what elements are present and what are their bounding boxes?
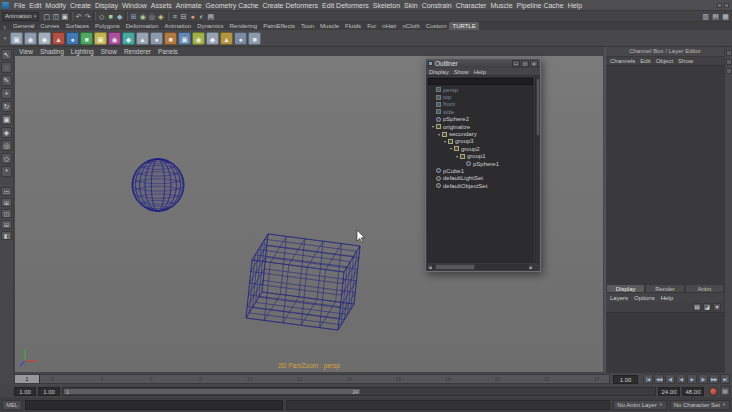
shelf-button-11[interactable]: ● [150, 32, 163, 45]
channel-box-menu-show[interactable]: Show [678, 58, 693, 64]
menu-file[interactable]: File [12, 2, 27, 9]
shelf-button-6[interactable]: ■ [80, 32, 93, 45]
undo-icon[interactable]: ↶ [74, 12, 83, 21]
layer-list-area[interactable] [606, 312, 724, 373]
layer-editor-menu-layers[interactable]: Layers [610, 295, 628, 301]
shelf-tab-polygons[interactable]: Polygons [92, 22, 123, 30]
last-tool-icon[interactable]: * [1, 166, 12, 177]
close-window-button[interactable]: × [530, 60, 538, 67]
outliner-menu-show[interactable]: Show [454, 69, 469, 75]
shelf-button-9[interactable]: ◆ [122, 32, 135, 45]
rotate-tool-icon[interactable]: ↻ [1, 101, 12, 112]
shelf-button-7[interactable]: ▣ [94, 32, 107, 45]
outliner-item-psphere1[interactable]: pSphere1 [427, 160, 534, 167]
outliner-menu-help[interactable]: Help [474, 69, 486, 75]
channel-box-menu-channels[interactable]: Channels [610, 58, 635, 64]
shelf-tab-custom[interactable]: Custom [423, 22, 450, 30]
scrollbar-track[interactable] [433, 264, 528, 270]
ui-toggle-icon-1[interactable] [717, 3, 722, 8]
tool-settings-toggle-icon[interactable]: ▤ [711, 12, 720, 21]
menu-pipeline-cache[interactable]: Pipeline Cache [515, 2, 566, 9]
menu-skeleton[interactable]: Skeleton [371, 2, 402, 9]
cube-object[interactable] [246, 234, 360, 330]
outliner-item-persp[interactable]: persp [427, 86, 534, 93]
outliner-vertical-scrollbar[interactable] [535, 77, 540, 263]
command-line-language-button[interactable]: MEL [2, 400, 22, 410]
outliner-item-side[interactable]: side [427, 108, 534, 115]
shelf-tab-deformation[interactable]: Deformation [123, 22, 162, 30]
snap-to-point-icon[interactable]: ◎ [147, 12, 156, 21]
scrollbar-thumb[interactable] [435, 264, 475, 270]
play-backwards-button[interactable]: ◀ [676, 374, 686, 384]
channel-box-menu-edit[interactable]: Edit [640, 58, 650, 64]
select-object-icon[interactable]: ■ [106, 12, 115, 21]
menu-display[interactable]: Display [93, 2, 120, 9]
save-scene-icon[interactable]: ▣ [60, 12, 69, 21]
shelf-button-3[interactable]: ◆ [38, 32, 51, 45]
create-empty-layer-icon[interactable]: ▤ [693, 303, 701, 311]
anim-layer-selector[interactable]: No Anim Layer ▼ [613, 400, 666, 410]
shelf-tab-curves[interactable]: Curves [37, 22, 62, 30]
time-slider[interactable]: 1 24681012141618202224 [14, 374, 610, 384]
select-component-icon[interactable]: ◆ [115, 12, 124, 21]
step-back-frame-button[interactable]: ◀◀ [654, 374, 664, 384]
outliner-item-psphere2[interactable]: pSphere2 [427, 116, 534, 123]
outliner-item-secondary[interactable]: ▾secondary [427, 130, 534, 137]
outliner-item-front[interactable]: front [427, 101, 534, 108]
shelf-tab-muscle[interactable]: Muscle [317, 22, 342, 30]
render-view-icon[interactable]: ● [188, 12, 197, 21]
construction-history-icon[interactable]: ⊟ [179, 12, 188, 21]
animation-start-field[interactable]: 1.00 [14, 387, 36, 396]
shelf-tab-ncloth[interactable]: nCloth [399, 22, 422, 30]
attribute-editor-toggle-icon[interactable]: ▥ [701, 12, 710, 21]
shelf-tab-surfaces[interactable]: Surfaces [62, 22, 92, 30]
menu-skin[interactable]: Skin [402, 2, 420, 9]
shelf-tab-painteffects[interactable]: PaintEffects [260, 22, 298, 30]
lasso-tool-icon[interactable]: ◌ [1, 62, 12, 73]
viewport-menu-shading[interactable]: Shading [40, 48, 64, 55]
menu-create-deformers[interactable]: Create Deformers [260, 2, 320, 9]
shelf-button-18[interactable]: ■ [248, 32, 261, 45]
menu-character[interactable]: Character [454, 2, 489, 9]
four-pane-layout-button[interactable]: ⊞ [1, 198, 12, 207]
persp-outliner-layout-button[interactable]: ◫ [1, 209, 12, 218]
outliner-item-defaultobjectset[interactable]: defaultObjectSet [427, 182, 534, 189]
menu-create[interactable]: Create [68, 2, 93, 9]
menu-animate[interactable]: Animate [174, 2, 204, 9]
shelf-button-14[interactable]: ◉ [192, 32, 205, 45]
select-tool-icon[interactable]: ↖ [1, 49, 12, 60]
shelf-button-12[interactable]: ■ [164, 32, 177, 45]
shelf-button-4[interactable]: ▲ [52, 32, 65, 45]
time-slider-playhead[interactable]: 1 [15, 375, 40, 383]
maximize-window-button[interactable]: □ [521, 60, 529, 67]
render-settings-icon[interactable]: ▤ [206, 12, 215, 21]
shelf-tab-fluids[interactable]: Fluids [342, 22, 364, 30]
shelf-tab-nhair[interactable]: nHair [379, 22, 399, 30]
outliner-horizontal-scrollbar[interactable]: ◀ ▶ [427, 264, 534, 270]
create-layer-from-selected-icon[interactable]: ◪ [703, 303, 711, 311]
range-slider-bar[interactable]: 1 24 [64, 389, 360, 394]
persp-graph-layout-button[interactable]: ⊟ [1, 220, 12, 229]
ui-toggle-icon-2[interactable] [724, 3, 729, 8]
universal-manipulator-icon[interactable]: ◈ [1, 127, 12, 138]
layer-options-icon[interactable]: ▾ [713, 303, 721, 311]
playback-start-field[interactable]: 1.00 [38, 387, 60, 396]
menu-geometry-cache[interactable]: Geometry Cache [204, 2, 261, 9]
layer-editor-menu-help[interactable]: Help [661, 295, 673, 301]
channel-box-toggle-icon[interactable]: ▦ [721, 12, 730, 21]
shelf-tab-toon[interactable]: Toon [298, 22, 317, 30]
menu-help[interactable]: Help [566, 2, 584, 9]
shelf-tab-turtle[interactable]: TURTLE [449, 22, 478, 30]
viewport-menu-view[interactable]: View [19, 48, 33, 55]
menu-constrain[interactable]: Constrain [420, 2, 454, 9]
scrollbar-thumb[interactable] [536, 78, 540, 136]
viewport-menu-renderer[interactable]: Renderer [124, 48, 151, 55]
range-slider[interactable]: 1 24 [62, 387, 656, 396]
channel-box-area[interactable] [606, 65, 724, 284]
select-hierarchy-icon[interactable]: ◇ [97, 12, 106, 21]
outliner-item-originalize[interactable]: ▾originalize [427, 123, 534, 130]
move-tool-icon[interactable]: + [1, 88, 12, 99]
go-to-end-button[interactable]: ▶| [720, 374, 730, 384]
range-end-handle[interactable]: 24 [352, 389, 358, 394]
scale-tool-icon[interactable]: ▣ [1, 114, 12, 125]
